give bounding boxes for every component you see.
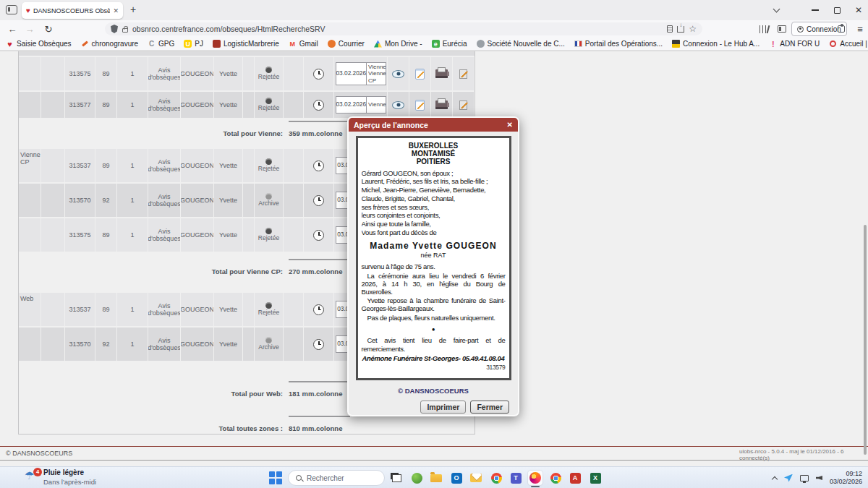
town: MONTAMISÉ — [362, 150, 506, 158]
tab-list-chevron-icon[interactable] — [765, 0, 787, 20]
annonce-height: 89 — [95, 218, 116, 252]
tray-clock[interactable]: 09:12 03/02/2026 — [830, 470, 862, 487]
umbrella-icon: ☂4 — [25, 469, 38, 485]
clock-icon[interactable] — [313, 100, 324, 111]
annonce-count: 1 — [117, 293, 148, 326]
date-field[interactable]: 03.02.2026Vienne Vienne CP — [336, 62, 386, 86]
clock-icon[interactable] — [313, 304, 324, 315]
speaker-icon[interactable] — [816, 476, 822, 480]
bookmark-item[interactable]: Accueil | Factorial — [829, 40, 868, 48]
weather-widget[interactable]: ☂4 Pluie légère Dans l'après-midi — [25, 468, 96, 486]
minimize-button[interactable] — [804, 0, 826, 20]
chrome-profile-icon[interactable] — [548, 471, 563, 485]
close-button[interactable]: Fermer — [470, 401, 509, 414]
chrome-icon[interactable] — [489, 471, 503, 485]
firefox-icon[interactable] — [528, 471, 542, 485]
edit-icon[interactable] — [415, 100, 425, 111]
extensions-icon[interactable] — [833, 22, 849, 36]
modal-close-icon[interactable]: ✕ — [507, 121, 513, 129]
bookmark-star-icon[interactable]: ☆ — [689, 24, 697, 34]
sidebar-icon[interactable] — [774, 22, 790, 36]
status-cell: Rejetée — [255, 293, 283, 326]
print-icon[interactable] — [435, 100, 448, 109]
view-icon[interactable] — [392, 70, 404, 78]
bookmark-item[interactable]: chronogravure — [81, 40, 138, 48]
maximize-button[interactable] — [826, 0, 848, 20]
table-row: 313575 89 1 Avis d'obsèques GOUGEON Yvet… — [19, 57, 475, 90]
bookmark-item[interactable]: LogisticMarbrerie — [213, 40, 279, 48]
footer-copyright: © DANSNOSCOEURS — [6, 450, 72, 457]
clock-icon[interactable] — [313, 195, 324, 206]
outlook-icon[interactable]: O — [449, 471, 464, 485]
bookmark-item[interactable]: !ADN FOR U — [769, 40, 820, 48]
status-cell: Rejetée — [255, 57, 283, 90]
firefox-view-icon[interactable] — [6, 5, 17, 14]
zone-cell: Web — [19, 293, 41, 326]
deceased-firstname: Yvette — [214, 92, 242, 118]
edit-icon[interactable] — [415, 69, 425, 80]
close-window-button[interactable]: ✕ — [848, 0, 868, 20]
french-flag-icon — [574, 40, 582, 47]
reader-mode-icon[interactable] — [667, 25, 673, 33]
new-tab-button[interactable]: + — [130, 4, 136, 15]
bookmark-item[interactable]: UPJ — [184, 40, 203, 48]
bookmark-item[interactable]: CGPG — [148, 40, 174, 48]
town: POITIERS — [362, 158, 506, 166]
bookmark-item[interactable]: ♥Saisie Obsèques — [6, 40, 72, 48]
print-icon[interactable] — [435, 69, 448, 78]
deceased-firstname: Yvette — [214, 184, 242, 217]
reload-button[interactable]: ↻ — [41, 22, 56, 36]
file-explorer-icon[interactable] — [429, 471, 443, 485]
deceased-name: GOUGEON — [181, 218, 213, 252]
acrobat-icon[interactable]: A — [568, 471, 582, 485]
deceased-firstname: Yvette — [214, 328, 242, 361]
search-icon — [296, 475, 302, 481]
bookmark-item[interactable]: Connexion - Le Hub A... — [672, 40, 760, 48]
bookmark-item[interactable]: eEurécia — [432, 40, 467, 48]
view-icon[interactable] — [392, 101, 404, 109]
bookmark-item[interactable]: Société Nouvelle de C... — [477, 40, 565, 48]
tray-chevron-icon[interactable] — [772, 476, 778, 481]
taskbar-search[interactable]: Rechercher — [288, 470, 385, 486]
teams-icon[interactable]: T — [509, 471, 523, 485]
start-button[interactable] — [269, 471, 282, 484]
display-icon[interactable] — [800, 475, 809, 481]
clock-icon[interactable] — [313, 339, 324, 350]
annonce-type: Avis d'obsèques — [148, 328, 180, 361]
url-text[interactable]: obsnrco.centrefrance.com/obseques/HtmlRe… — [132, 25, 663, 33]
browser-tab[interactable]: ♥ DANSNOSCOEURS Obsèques - ✕ — [22, 2, 123, 19]
tracking-shield-icon[interactable] — [111, 25, 118, 33]
obituary-notice: BUXEROLLES MONTAMISÉ POITIERS Gérard GOU… — [356, 136, 511, 380]
bookmark-item[interactable]: Courrier — [328, 40, 365, 48]
url-bar[interactable]: obsnrco.centrefrance.com/obseques/HtmlRe… — [105, 22, 702, 35]
drive-icon — [374, 40, 382, 48]
bookmark-item[interactable]: Mon Drive - — [374, 40, 422, 48]
account-person-icon — [797, 26, 804, 33]
menu-hamburger-icon[interactable]: ≡ — [852, 22, 868, 36]
green-app-icon[interactable] — [409, 471, 424, 485]
bookmark-item[interactable]: MGmail — [289, 40, 318, 48]
back-button[interactable]: ← — [4, 22, 20, 36]
lock-icon[interactable] — [122, 28, 128, 33]
library-icon[interactable] — [755, 22, 771, 36]
status-dot-icon — [265, 302, 272, 309]
bookmark-item[interactable]: Portail des Opérations... — [574, 40, 663, 48]
excel-icon[interactable]: X — [588, 471, 603, 485]
date-field[interactable]: 03.02.2026Vienne — [336, 96, 386, 114]
forward-button[interactable]: → — [22, 22, 38, 36]
family-lines: Gérard GOUGEON, son époux ; Laurent, Fré… — [362, 169, 506, 237]
mail-icon[interactable] — [469, 471, 483, 485]
modify-icon[interactable] — [459, 100, 467, 110]
clock-icon[interactable] — [313, 230, 324, 241]
clock-icon[interactable] — [313, 69, 324, 80]
save-page-icon[interactable] — [677, 26, 684, 33]
annonce-count: 1 — [117, 92, 148, 118]
browser-titlebar: ♥ DANSNOSCOEURS Obsèques - ✕ + ✕ — [0, 0, 868, 20]
scrollbar-thumb[interactable] — [864, 225, 867, 455]
modify-icon[interactable] — [459, 69, 467, 79]
clock-icon[interactable] — [313, 160, 324, 171]
print-button[interactable]: Imprimer — [420, 401, 466, 414]
task-view-icon[interactable] — [389, 471, 404, 485]
send-app-icon[interactable] — [784, 474, 793, 482]
tab-close-icon[interactable]: ✕ — [113, 7, 119, 14]
